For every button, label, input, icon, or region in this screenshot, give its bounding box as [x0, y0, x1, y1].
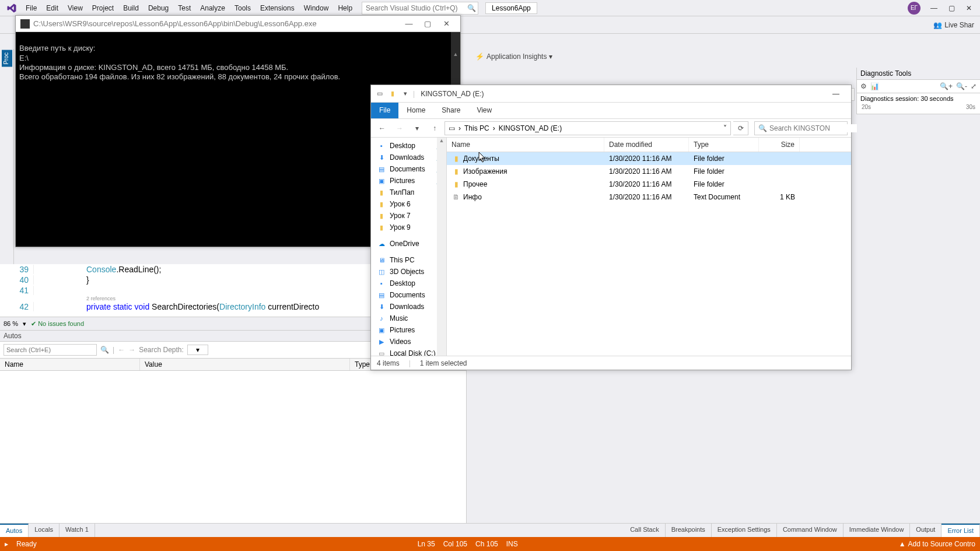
- chevron-down-icon[interactable]: ▾: [23, 320, 26, 328]
- file-row[interactable]: ▮Изображения1/30/2020 11:16 AMFile folde…: [447, 165, 851, 178]
- process-tab[interactable]: Proc: [2, 50, 12, 67]
- console-titlebar[interactable]: C:\Users\WSR9\source\repos\Lesson6App\Le…: [16, 16, 460, 32]
- ribbon-tab-share[interactable]: Share: [433, 103, 468, 118]
- vs-quick-search[interactable]: 🔍: [362, 2, 478, 15]
- ribbon-tab-view[interactable]: View: [468, 103, 500, 118]
- tree-videos[interactable]: ▶Videos: [371, 336, 446, 348]
- menu-help[interactable]: Help: [333, 2, 357, 15]
- depth-dropdown[interactable]: ▾: [187, 345, 208, 355]
- menu-tools[interactable]: Tools: [230, 2, 256, 15]
- menu-edit[interactable]: Edit: [41, 2, 63, 15]
- file-row[interactable]: 🗎Инфо1/30/2020 11:16 AMText Document1 KB: [447, 191, 851, 203]
- scroll-up-icon[interactable]: ▲: [437, 138, 446, 147]
- live-share-button[interactable]: 👥 Live Shar: [933, 21, 974, 29]
- vs-quick-search-input[interactable]: [362, 4, 465, 12]
- tree-this-pc[interactable]: 🖥This PC: [371, 254, 446, 266]
- col-header-name[interactable]: Name: [447, 138, 604, 152]
- nav-fwd-icon[interactable]: →: [128, 346, 135, 354]
- tab-command-window[interactable]: Command Window: [777, 524, 844, 537]
- console-minimize-button[interactable]: —: [400, 17, 418, 30]
- qat-dropdown-icon[interactable]: ▾: [400, 89, 411, 99]
- explorer-titlebar[interactable]: ▭ ▮ ▾ | KINGSTON_AD (E:) —: [371, 85, 851, 103]
- vs-maximize-button[interactable]: ▢: [943, 2, 960, 15]
- user-badge[interactable]: ЕГ: [908, 2, 921, 15]
- tree-folder[interactable]: ▮ТилПап: [371, 187, 446, 198]
- tab-breakpoints[interactable]: Breakpoints: [666, 524, 712, 537]
- nav-back-icon[interactable]: ←: [118, 346, 125, 354]
- explorer-search[interactable]: 🔍: [754, 121, 848, 135]
- autos-search-input[interactable]: [4, 344, 97, 356]
- explorer-minimize-button[interactable]: —: [824, 86, 848, 102]
- tree-scrollbar[interactable]: ▲: [437, 138, 446, 356]
- navigation-tree[interactable]: ▪Desktop📌 ⬇Downloads📌 ▤Documents📌 ▣Pictu…: [371, 138, 447, 356]
- col-header-size[interactable]: Size: [759, 138, 800, 152]
- menu-project[interactable]: Project: [88, 2, 118, 15]
- tree-pictures[interactable]: ▣Pictures📌: [371, 175, 446, 187]
- tab-immediate-window[interactable]: Immediate Window: [844, 524, 911, 537]
- tab-call-stack[interactable]: Call Stack: [624, 524, 666, 537]
- tab-output[interactable]: Output: [910, 524, 942, 537]
- col-header-date[interactable]: Date modified: [604, 138, 689, 152]
- menu-file[interactable]: File: [21, 2, 41, 15]
- search-icon[interactable]: 🔍: [100, 346, 109, 354]
- tree-desktop[interactable]: ▪Desktop📌: [371, 140, 446, 152]
- application-insights-dropdown[interactable]: ⚡ Application Insights ▾: [475, 52, 552, 61]
- refresh-button[interactable]: ⟳: [733, 121, 748, 135]
- solution-name[interactable]: Lesson6App: [485, 2, 537, 14]
- scroll-up-icon[interactable]: ▲: [451, 51, 460, 61]
- tree-music[interactable]: ♪Music: [371, 313, 446, 324]
- console-maximize-button[interactable]: ▢: [418, 17, 437, 30]
- tab-error-list[interactable]: Error List: [942, 524, 980, 537]
- ribbon-tab-file[interactable]: File: [371, 103, 398, 118]
- file-row[interactable]: ▮Документы1/30/2020 11:16 AMFile folder: [447, 152, 851, 165]
- breadcrumb-this-pc[interactable]: This PC: [464, 124, 489, 132]
- tab-locals[interactable]: Locals: [29, 524, 60, 537]
- address-bar[interactable]: ▭ › This PC › KINGSTON_AD (E:) ˅: [444, 121, 731, 135]
- nav-up-button[interactable]: ↑: [427, 121, 442, 136]
- menu-analyze[interactable]: Analyze: [195, 2, 230, 15]
- col-header-type[interactable]: Type: [689, 138, 759, 152]
- reset-zoom-icon[interactable]: ⤢: [971, 82, 977, 90]
- tree-3d-objects[interactable]: ◫3D Objects: [371, 266, 446, 278]
- tree-documents[interactable]: ▤Documents: [371, 289, 446, 301]
- tab-autos[interactable]: Autos: [0, 524, 29, 537]
- zoom-in-icon[interactable]: 🔍+: [940, 82, 953, 90]
- tree-downloads[interactable]: ⬇Downloads📌: [371, 152, 446, 163]
- vs-close-button[interactable]: ✕: [960, 2, 978, 15]
- add-to-source-control-button[interactable]: ▲ Add to Source Contro: [899, 540, 975, 548]
- menu-debug[interactable]: Debug: [144, 2, 173, 15]
- menu-extensions[interactable]: Extensions: [256, 2, 299, 15]
- no-issues-badge[interactable]: ✔ No issues found: [31, 320, 84, 328]
- menu-window[interactable]: Window: [299, 2, 334, 15]
- col-value[interactable]: Value: [140, 359, 350, 370]
- explorer-search-input[interactable]: [769, 124, 857, 132]
- nav-forward-button[interactable]: →: [392, 121, 407, 136]
- ribbon-tab-home[interactable]: Home: [398, 103, 433, 118]
- nav-recent-dropdown[interactable]: ▾: [410, 121, 425, 136]
- menu-view[interactable]: View: [63, 2, 88, 15]
- tree-onedrive[interactable]: ☁OneDrive: [371, 238, 446, 250]
- menu-test[interactable]: Test: [173, 2, 195, 15]
- tree-documents[interactable]: ▤Documents📌: [371, 163, 446, 175]
- chevron-down-icon[interactable]: ˅: [723, 124, 727, 132]
- tree-desktop[interactable]: ▪Desktop: [371, 278, 446, 289]
- tab-watch1[interactable]: Watch 1: [60, 524, 95, 537]
- tree-local-disk-c[interactable]: ▭Local Disk (C:): [371, 348, 446, 356]
- tree-folder[interactable]: ▮Урок 9: [371, 222, 446, 233]
- vs-minimize-button[interactable]: —: [925, 2, 943, 15]
- chart-icon[interactable]: 📊: [870, 82, 879, 90]
- tree-folder[interactable]: ▮Урок 6: [371, 198, 446, 210]
- breadcrumb-current[interactable]: KINGSTON_AD (E:): [499, 124, 562, 132]
- col-name[interactable]: Name: [0, 359, 140, 370]
- nav-back-button[interactable]: ←: [374, 121, 390, 136]
- tab-exception-settings[interactable]: Exception Settings: [712, 524, 777, 537]
- menu-build[interactable]: Build: [118, 2, 144, 15]
- gear-icon[interactable]: ⚙: [860, 82, 867, 90]
- zoom-out-icon[interactable]: 🔍-: [956, 82, 967, 90]
- tree-folder[interactable]: ▮Урок 7: [371, 210, 446, 222]
- file-row[interactable]: ▮Прочее1/30/2020 11:16 AMFile folder: [447, 178, 851, 191]
- tree-pictures[interactable]: ▣Pictures: [371, 324, 446, 336]
- tree-downloads[interactable]: ⬇Downloads: [371, 301, 446, 313]
- zoom-level[interactable]: 86 %: [4, 320, 18, 327]
- console-close-button[interactable]: ✕: [437, 17, 456, 30]
